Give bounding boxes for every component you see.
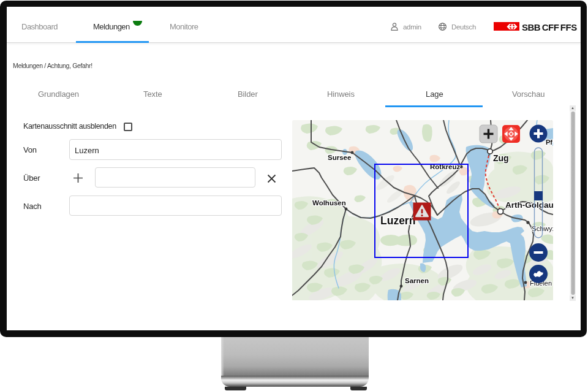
svg-text:Pf: Pf [546,139,552,146]
svg-text:Wolhusen: Wolhusen [312,199,346,207]
svg-text:Luzern: Luzern [380,214,415,227]
svg-text:Sarnen: Sarnen [405,277,429,284]
svg-text:Zug: Zug [493,153,509,163]
svg-text:Arth-Goldau: Arth-Goldau [505,200,553,210]
svg-text:Sursee: Sursee [328,154,351,161]
